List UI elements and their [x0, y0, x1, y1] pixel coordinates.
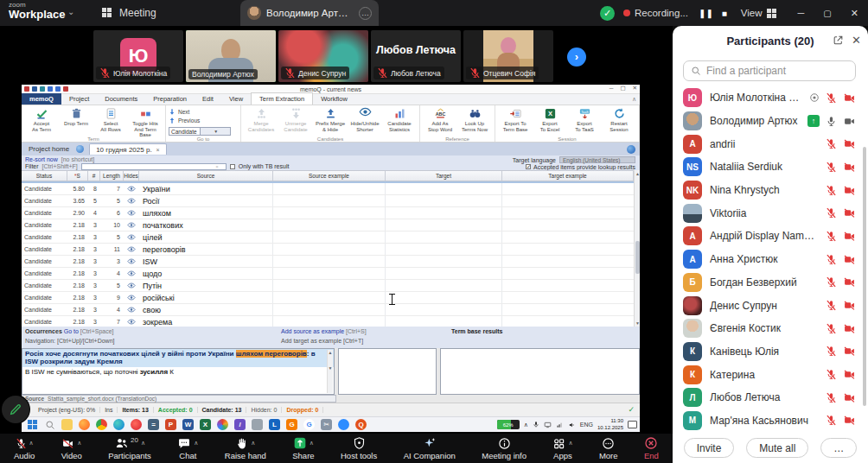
video-tile[interactable]: Денис Супрун	[278, 30, 368, 82]
taskbar-icon-word[interactable]: W	[182, 419, 194, 430]
apps-button[interactable]: ∧Apps	[552, 436, 572, 460]
table-row[interactable]: Candidate2.1835цілей	[22, 232, 634, 244]
chevron-down-icon[interactable]: ⌄	[67, 7, 74, 16]
ribbon-tab-preparation[interactable]: Preparation	[145, 93, 195, 105]
table-scrollbar[interactable]: ▲ ▼	[634, 170, 640, 327]
participant-row[interactable]: ККанівець Юлія	[673, 340, 865, 364]
column-header-target[interactable]: Target	[386, 171, 502, 181]
accepted-items-checkbox[interactable]: ✓	[526, 164, 531, 169]
next-videos-button[interactable]: ›	[567, 48, 586, 67]
chat-button[interactable]: ∧Chat	[177, 436, 198, 460]
column-header-hides[interactable]: Hides	[124, 171, 139, 181]
ribbon-button-export-to[interactable]: Export To Term Base	[498, 106, 533, 132]
ribbon-button-candidate[interactable]: Candidate Statistics	[382, 106, 417, 132]
taskbar-icon-memoq-app[interactable]: Q	[355, 419, 367, 430]
muted-mic-icon[interactable]	[826, 415, 837, 426]
close-panel-icon[interactable]: ✕	[852, 34, 861, 47]
camera-off-icon[interactable]	[843, 254, 856, 265]
participant-search-box[interactable]	[683, 60, 856, 81]
camera-icon[interactable]	[843, 116, 856, 127]
column-header-source-example[interactable]: Source example	[273, 171, 386, 181]
collapse-ribbon-icon[interactable]: ∧	[632, 96, 636, 103]
table-row[interactable]: Candidate2.1839російські	[22, 292, 634, 304]
taskbar-icon-edge[interactable]	[113, 419, 124, 430]
taskbar-icon-opera[interactable]	[131, 419, 142, 430]
camera-off-icon[interactable]	[843, 162, 856, 173]
tray-speaker-icon[interactable]	[568, 422, 576, 428]
participant-row[interactable]: NSNataliia Serdiuk	[673, 155, 865, 179]
occurrence-row[interactable]: Росія хоче досягнути початкових цілей у …	[22, 349, 334, 367]
participant-row[interactable]: ККатерина	[673, 363, 865, 386]
participants-scrollbar[interactable]	[863, 147, 866, 406]
taskbar-icon-google[interactable]: G	[303, 419, 315, 430]
muted-mic-icon[interactable]	[826, 323, 837, 334]
table-row[interactable]: Candidate2.18311переговорів	[22, 244, 634, 256]
close-window-button[interactable]: ✕	[841, 8, 868, 19]
ribbon-button-accept[interactable]: Accept As Term	[24, 106, 59, 132]
camera-off-icon[interactable]	[843, 185, 856, 196]
only-tb-checkbox[interactable]	[230, 164, 235, 169]
chevron-up-icon[interactable]: ∧	[141, 440, 145, 447]
column-header-status[interactable]: Status	[22, 171, 67, 181]
ribbon-button-export[interactable]: XExport To Excel	[533, 106, 567, 132]
participant-row[interactable]: Володимир Артюх↑	[673, 110, 865, 133]
ribbon-tab-term-extraction[interactable]: Term Extraction	[251, 92, 313, 105]
camera-off-icon[interactable]	[843, 369, 856, 380]
scroll-down-icon[interactable]: ▼	[635, 320, 641, 327]
muted-mic-icon[interactable]	[826, 207, 837, 219]
video-tile[interactable]: Любов ЛетючаЛюбов Летюча	[371, 30, 461, 82]
muted-mic-icon[interactable]	[826, 276, 837, 288]
raise-hand-button[interactable]: ∧Raise hand	[225, 436, 266, 460]
muted-mic-icon[interactable]	[826, 300, 837, 311]
scrollbar-thumb[interactable]	[635, 241, 640, 274]
end-button[interactable]: End	[644, 436, 659, 460]
goto-previous-button[interactable]: Previous	[169, 117, 238, 124]
participant-row[interactable]: Viktoriia	[673, 201, 865, 225]
camera-off-icon[interactable]	[843, 231, 856, 242]
filter-input[interactable]: ×	[81, 163, 227, 170]
taskbar-search-icon[interactable]	[44, 419, 55, 430]
participant-row[interactable]: AАнна Христюк	[673, 248, 865, 271]
ribbon-tab-edit[interactable]: Edit	[195, 93, 221, 105]
participant-row[interactable]: ММар'яна Касьянович	[673, 409, 865, 433]
memoq-close-button[interactable]: ✕	[633, 85, 637, 92]
camera-off-icon[interactable]	[843, 392, 856, 403]
chevron-up-icon[interactable]: ∧	[77, 440, 81, 447]
column-header-source[interactable]: Source	[139, 171, 273, 181]
camera-off-icon[interactable]	[843, 207, 856, 219]
close-document-icon[interactable]: ×	[156, 147, 160, 153]
chevron-up-icon[interactable]: ∧	[568, 440, 572, 447]
taskbar-icon-orange-doc[interactable]: G	[286, 419, 297, 430]
audio-button[interactable]: ∧Audio	[14, 436, 35, 460]
security-shield-icon[interactable]: ✓	[600, 6, 615, 21]
share-button[interactable]: ∧Share	[292, 436, 314, 460]
stop-recording-button[interactable]: ■	[722, 9, 727, 18]
invite-button[interactable]: Invite	[684, 438, 735, 458]
taskbar-icon-chrome[interactable]	[96, 419, 107, 430]
ribbon-tab-documents[interactable]: Documents	[97, 93, 145, 105]
tray-language[interactable]: ENG	[580, 422, 593, 428]
taskbar-icon-zoom-app[interactable]	[338, 419, 349, 430]
chevron-up-icon[interactable]: ∧	[29, 440, 34, 447]
table-row[interactable]: Candidate2.1833ISW	[22, 256, 634, 268]
tab-document[interactable]: 10 грудня 2025 р. ×	[89, 143, 167, 155]
tray-expand-icon[interactable]: ∧	[524, 422, 528, 428]
table-row[interactable]: Candidate2.9046шляхом	[22, 207, 634, 219]
participant-row[interactable]: AАндрій Display Name 🧟ᴜᴀ😎🦅🤡…	[673, 225, 865, 248]
tray-mic-icon[interactable]	[533, 421, 539, 428]
minimize-window-button[interactable]: ─	[788, 8, 814, 18]
view-button[interactable]: View	[741, 8, 776, 18]
muted-mic-icon[interactable]	[826, 231, 837, 242]
mute-all-button[interactable]: Mute all	[746, 438, 808, 458]
participant-row[interactable]: Євгенія Костик	[673, 317, 865, 340]
popout-icon[interactable]	[833, 35, 844, 46]
panel-more-button[interactable]: …	[820, 438, 857, 458]
chevron-up-icon[interactable]: ∧	[310, 440, 314, 447]
term-base-results-pane[interactable]	[440, 348, 640, 395]
maximize-window-button[interactable]: ▢	[814, 9, 840, 18]
participant-row[interactable]: ББогдан Безверхий	[673, 271, 865, 295]
taskbar-start-button[interactable]	[27, 419, 38, 430]
column-header-*s[interactable]: *S	[67, 171, 88, 181]
occurrence-row[interactable]: В ISW не сумніваються, що поточні зусилл…	[22, 367, 334, 377]
table-row[interactable]: Candidate2.18310початкових	[22, 219, 634, 232]
